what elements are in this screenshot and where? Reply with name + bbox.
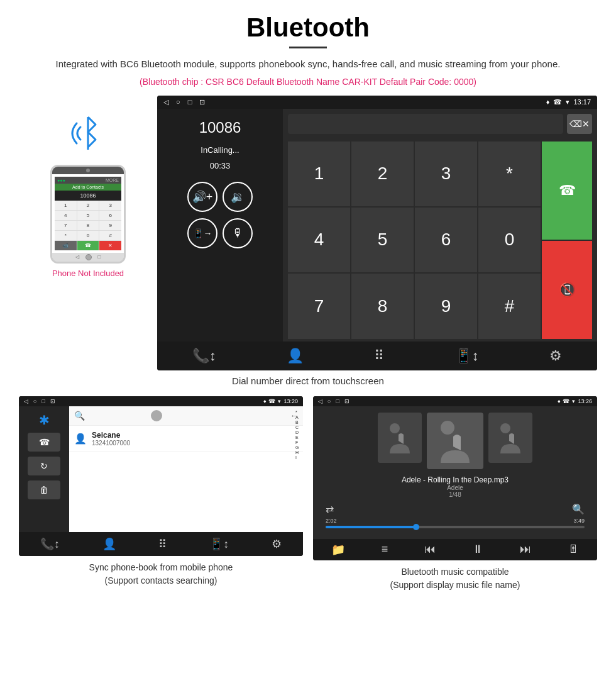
svg-point-2 [441,421,454,435]
volume-up-btn[interactable]: 🔊+ [187,182,217,212]
volume-down-btn[interactable]: 🔉 [223,182,253,212]
key-2[interactable]: 2 [351,142,414,206]
music-time-total: 3:49 [573,518,585,524]
pb-bluetooth-icon: ✱ [39,413,50,428]
music-nav-folder[interactable]: 📁 [331,543,345,557]
key-3[interactable]: 3 [415,142,477,206]
dial-input-field[interactable] [288,114,563,134]
key-9[interactable]: 9 [415,274,477,338]
album-left [378,413,422,463]
pb-contact-number: 13241007000 [92,440,130,447]
music-caption: Bluetooth music compatible (Support disp… [390,565,520,592]
pb-contact-avatar-icon: 👤 [74,433,87,445]
description-text: Integrated with BC6 Bluetooth module, su… [19,57,597,72]
nav-transfer-icon[interactable]: 📱↕ [455,348,479,364]
pb-nav-transfer[interactable]: 📱↕ [209,537,229,551]
signal-icon: ▾ [566,98,569,106]
transfer-btn[interactable]: 📱→ [187,218,217,248]
svg-point-3 [500,423,510,433]
svg-point-1 [390,423,400,433]
music-progress-bar[interactable] [326,526,585,528]
call-timer: 00:33 [167,161,273,170]
album-right [488,413,532,463]
album-center [427,413,483,469]
key-1[interactable]: 1 [288,142,350,206]
mute-btn[interactable]: 🎙 [223,218,253,248]
page-title: Bluetooth [19,13,597,43]
key-8[interactable]: 8 [351,274,414,338]
phone-not-included-label: Phone Not Included [52,269,124,278]
nav-menu-icon: ⊡ [199,98,205,106]
phonebook-screen: ◁○□⊡ ♦☎▾ 13:20 ✱ ☎ ↻ 🗑 [19,396,303,556]
music-search-icon[interactable]: 🔍 [572,503,585,515]
pb-status-time: 13:20 [283,398,298,404]
specs-line: (Bluetooth chip : CSR BC6 Default Blueto… [19,77,597,87]
music-nav-play[interactable]: ⏸ [472,543,483,557]
backspace-btn[interactable]: ⌫✕ [567,114,592,134]
pb-contact-name: Seicane [92,431,130,440]
status-time: 13:17 [573,98,591,106]
pb-sync-btn[interactable]: ↻ [28,457,60,475]
key-0[interactable]: 0 [478,208,541,272]
music-nav-list[interactable]: ≡ [382,543,388,557]
location-icon: ♦ [546,98,550,106]
car-dialer-screen: ◁ ○ □ ⊡ ♦ ☎ ▾ 13:17 10086 InCalling... [157,96,597,370]
shuffle-icon[interactable]: ⇄ [326,503,334,515]
bluetooth-icon [63,108,113,158]
call-status: InCalling... [167,145,273,155]
pb-call-btn[interactable]: ☎ [28,433,60,452]
music-nav-eq[interactable]: 🎚 [568,543,579,557]
key-6[interactable]: 6 [415,208,477,272]
music-artist: Adele [319,484,591,491]
music-screen: ◁○□⊡ ♦☎▾ 13:26 [313,396,597,560]
call-icon: ☎ [553,98,562,106]
music-nav-prev[interactable]: ⏮ [424,543,436,557]
phone-device: ●●● MORE Add to Contacts 10086 1 2 3 4 5… [50,165,126,264]
nav-contacts-icon[interactable]: 👤 [287,348,304,364]
call-accept-btn[interactable]: ☎ [542,142,592,240]
pb-nav-call[interactable]: 📞↕ [40,537,60,551]
pb-delete-btn[interactable]: 🗑 [28,480,60,499]
call-end-btn[interactable]: 📵 [542,241,592,339]
nav-home-icon: ○ [176,98,180,106]
music-song-title: Adele - Rolling In the Deep.mp3 [319,475,591,484]
nav-back-icon: ◁ [163,98,168,106]
key-4[interactable]: 4 [288,208,350,272]
nav-dialpad-icon[interactable]: ⠿ [374,348,384,364]
key-5[interactable]: 5 [351,208,414,272]
music-status-time: 13:26 [578,398,592,404]
key-7[interactable]: 7 [288,274,350,338]
pb-nav-contacts[interactable]: 👤 [102,537,116,551]
main-caption: Dial number direct from touchscreen [19,375,597,386]
nav-settings-icon[interactable]: ⚙ [549,348,562,364]
pb-search-icon: 🔍 [74,411,85,421]
pb-search-dot [151,410,162,421]
key-star[interactable]: * [478,142,541,206]
pb-nav-settings[interactable]: ⚙ [272,537,282,551]
music-nav-next[interactable]: ⏭ [520,543,531,557]
music-time-current: 2:02 [326,518,337,524]
dialer-number: 10086 [167,119,273,136]
music-counter: 1/48 [319,491,591,498]
title-divider [289,47,327,48]
nav-call-icon[interactable]: 📞↕ [192,348,216,364]
phonebook-caption: Sync phone-book from mobile phone (Suppo… [89,561,233,587]
nav-recent-icon: □ [188,98,192,106]
key-hash[interactable]: # [478,274,541,338]
pb-nav-dialpad[interactable]: ⠿ [158,537,167,551]
